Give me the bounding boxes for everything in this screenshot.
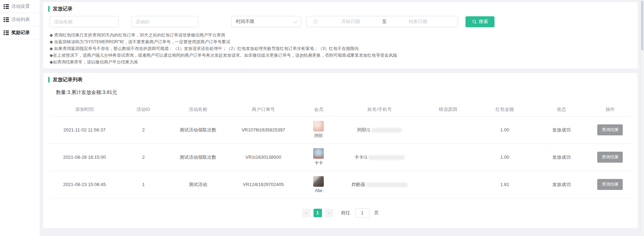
col-member: 会员 (298, 103, 339, 116)
member-avatar (313, 148, 324, 159)
cell-added-time: 2021-08-28 16:15:00 (50, 144, 119, 171)
member-avatar (313, 176, 324, 187)
cell-error-reason (420, 116, 476, 144)
col-status: 状态 (534, 103, 589, 116)
list-icon (4, 30, 9, 35)
member-nickname: Abe (298, 188, 339, 193)
cell-member: 卡卡 (298, 144, 339, 171)
section-title-text: 发放记录列表 (53, 77, 83, 83)
sidebar-item-activity-list[interactable]: 活动列表 (0, 13, 40, 26)
cell-error-reason (420, 144, 476, 171)
goto-label: 前往 (341, 210, 350, 216)
notes-list: ◆ 查询红包结果只支持查询30天内的红包订单，30天之前的红包订单请登录微信商户… (43, 32, 638, 66)
cell-activity-name: 测试活动领取次数 (167, 116, 228, 144)
goto-page-input[interactable] (355, 208, 369, 218)
table-header-row: 添加时间 活动ID 活动名称 商户订单号 会员 姓名/手机号 错误原因 红包金额… (50, 103, 631, 116)
activity-id-input[interactable] (131, 16, 198, 27)
note-line: ◆ 如果查询返回指定单号不存在，那么数据不存在的原因可能是：（1）发放请求还在处… (50, 45, 631, 52)
search-button[interactable]: 搜索 (465, 16, 495, 27)
records-table: 添加时间 活动ID 活动名称 商户订单号 会员 姓名/手机号 错误原因 红包金额… (50, 103, 631, 198)
cell-activity-id: 2 (119, 116, 167, 144)
page-unit-label: 页 (374, 210, 379, 216)
cell-action: 查询结果 (589, 171, 631, 198)
sidebar-item-label: 奖励记录 (11, 29, 30, 36)
time-range-select[interactable]: 时间不限 (231, 16, 301, 27)
main-content: 发放记录 时间不限 开始日期 至 结束日期 (43, 0, 638, 228)
sidebar-item-label: 活动列表 (11, 16, 30, 23)
query-result-button[interactable]: 查询结果 (597, 179, 623, 190)
sidebar-item-label: 活动设置 (11, 3, 30, 10)
col-amount: 红包金额 (476, 103, 534, 116)
cell-activity-id: 2 (119, 144, 167, 171)
title-accent-bar (48, 6, 50, 12)
red-packet-admin-page: 活动设置 活动列表 奖励记录 发放记录 时间不限 (0, 0, 644, 236)
member-nickname: 阿部 (298, 133, 339, 139)
redacted-phone (368, 155, 405, 160)
sidebar-item-reward-records[interactable]: 奖励记录 (0, 26, 40, 39)
end-date-placeholder[interactable]: 结束日期 (395, 18, 441, 25)
redacted-phone (371, 128, 402, 133)
col-error-reason: 错误原因 (420, 103, 476, 116)
sidebar: 活动设置 活动列表 奖励记录 (0, 0, 40, 236)
col-activity-id: 活动ID (119, 103, 167, 116)
list-icon (4, 4, 9, 9)
time-range-value: 时间不限 (236, 18, 254, 25)
cell-amount: 1.00 (476, 116, 534, 144)
pagination: ‹ 1 › 前往 页 (43, 208, 638, 218)
cell-order-no: VR124t1629702405 (228, 171, 298, 198)
cell-amount: 1.00 (476, 144, 534, 171)
cell-added-time: 2021-11-02 11:56:37 (50, 116, 119, 144)
search-card: 发放记录 时间不限 开始日期 至 结束日期 (43, 2, 638, 68)
cell-order-no: VR1t1630138500 (228, 144, 298, 171)
filter-row: 时间不限 开始日期 至 结束日期 搜索 (43, 16, 638, 27)
col-added-time: 添加时间 (50, 103, 119, 116)
next-page-button[interactable]: › (325, 209, 333, 217)
cell-added-time: 2021-08-23 15:06:45 (50, 171, 119, 198)
cell-member: 阿部 (298, 116, 339, 144)
status-badge: 发放成功 (534, 144, 589, 171)
date-range-picker[interactable]: 开始日期 至 结束日期 (306, 16, 458, 27)
col-action: 操作 (589, 103, 631, 116)
sidebar-item-activity-settings[interactable]: 活动设置 (0, 0, 40, 13)
col-name-phone: 姓名/手机号 (339, 103, 420, 116)
clock-icon (313, 19, 318, 24)
scrollbar-thumb[interactable] (641, 1, 643, 50)
cell-activity-name: 测试活动 (167, 171, 228, 198)
current-page-button[interactable]: 1 (313, 209, 322, 217)
search-icon (472, 19, 477, 24)
section-title-records-list: 发放记录列表 (43, 76, 638, 84)
cell-activity-name: 测试活动领取次数 (167, 144, 228, 171)
table-row: 2021-08-28 16:15:00 2 测试活动领取次数 VR1t16301… (50, 144, 631, 171)
section-title-distribution-records: 发放记录 (43, 5, 638, 13)
records-summary: 数量:3,累计发放金额:3.81元 (43, 89, 638, 96)
list-icon (4, 17, 9, 22)
status-badge: 发放成功 (534, 116, 589, 144)
redacted-phone (366, 182, 408, 187)
cell-name-phone: 炸酷孩 (339, 171, 420, 198)
cell-order-no: VR1076t1635825397 (228, 116, 298, 144)
note-line: ◆如查询结果异常，请以微信商户平台结果为准 (50, 59, 631, 66)
cell-name-phone: 阿部/1 (339, 116, 420, 144)
date-range-separator: 至 (374, 18, 395, 25)
cell-error-reason (420, 171, 476, 198)
table-row: 2021-08-23 15:06:45 1 测试活动 VR124t1629702… (50, 171, 631, 198)
title-accent-bar (48, 77, 50, 83)
query-result-button[interactable]: 查询结果 (597, 124, 623, 135)
cell-action: 查询结果 (589, 116, 631, 144)
search-button-label: 搜索 (479, 18, 488, 25)
query-result-button[interactable]: 查询结果 (597, 152, 623, 163)
prev-page-button[interactable]: ‹ (302, 209, 311, 217)
records-card: 发放记录列表 数量:3,累计发放金额:3.81元 添加时间 活动ID 活动名称 … (43, 73, 638, 228)
start-date-placeholder[interactable]: 开始日期 (328, 18, 374, 25)
section-title-text: 发放记录 (53, 6, 73, 12)
cell-name-phone: 卡卡/1 (339, 144, 420, 171)
cell-activity-id: 1 (119, 171, 167, 198)
chevron-down-icon (294, 20, 297, 23)
cell-member: Abe (298, 171, 339, 198)
activity-name-input[interactable] (50, 16, 119, 27)
member-avatar (313, 121, 324, 131)
member-nickname: 卡卡 (298, 160, 339, 166)
col-order-no: 商户订单号 (228, 103, 298, 116)
table-row: 2021-11-02 11:56:37 2 测试活动领取次数 VR1076t16… (50, 116, 631, 144)
scrollbar[interactable] (640, 0, 644, 236)
